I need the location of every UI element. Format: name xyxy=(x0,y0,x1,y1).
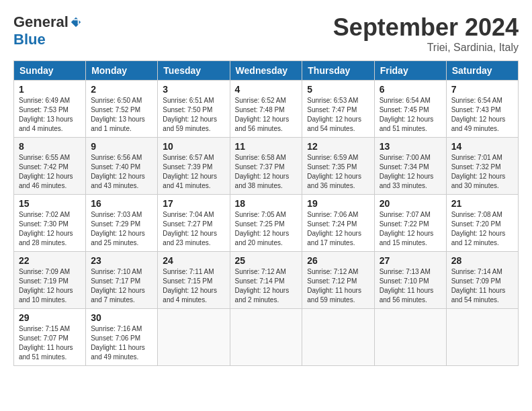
day-info: Sunrise: 7:12 AMSunset: 7:12 PMDaylight:… xyxy=(307,267,369,305)
calendar-header-row: Sunday Monday Tuesday Wednesday Thursday… xyxy=(14,61,519,81)
day-number: 11 xyxy=(235,141,298,152)
day-number: 23 xyxy=(91,255,152,266)
day-info: Sunrise: 7:03 AMSunset: 7:29 PMDaylight:… xyxy=(91,210,152,248)
table-row: 24Sunrise: 7:11 AMSunset: 7:15 PMDayligh… xyxy=(158,252,230,309)
day-info: Sunrise: 6:50 AMSunset: 7:52 PMDaylight:… xyxy=(91,96,152,134)
calendar-week-row: 22Sunrise: 7:09 AMSunset: 7:19 PMDayligh… xyxy=(14,252,519,309)
day-number: 12 xyxy=(307,141,369,152)
day-info: Sunrise: 7:08 AMSunset: 7:20 PMDaylight:… xyxy=(451,210,513,248)
calendar-week-row: 1Sunrise: 6:49 AMSunset: 7:53 PMDaylight… xyxy=(14,81,519,138)
header-tuesday: Tuesday xyxy=(158,61,230,81)
table-row: 14Sunrise: 7:01 AMSunset: 7:32 PMDayligh… xyxy=(446,138,518,195)
month-title: September 2024 xyxy=(333,13,519,42)
table-row xyxy=(302,309,374,366)
day-info: Sunrise: 6:51 AMSunset: 7:50 PMDaylight:… xyxy=(163,96,224,134)
table-row xyxy=(446,309,518,366)
table-row: 2Sunrise: 6:50 AMSunset: 7:52 PMDaylight… xyxy=(86,81,158,138)
day-info: Sunrise: 7:15 AMSunset: 7:07 PMDaylight:… xyxy=(19,324,81,362)
day-number: 16 xyxy=(91,198,152,209)
table-row xyxy=(374,309,446,366)
day-info: Sunrise: 6:54 AMSunset: 7:43 PMDaylight:… xyxy=(451,96,513,134)
day-number: 22 xyxy=(19,255,81,266)
day-number: 5 xyxy=(307,84,369,95)
table-row: 13Sunrise: 7:00 AMSunset: 7:34 PMDayligh… xyxy=(374,138,446,195)
day-number: 10 xyxy=(163,141,224,152)
day-number: 14 xyxy=(451,141,513,152)
day-number: 20 xyxy=(380,198,441,209)
day-number: 19 xyxy=(307,198,369,209)
table-row: 27Sunrise: 7:13 AMSunset: 7:10 PMDayligh… xyxy=(374,252,446,309)
title-block: September 2024 Triei, Sardinia, Italy xyxy=(333,13,519,54)
day-number: 2 xyxy=(91,84,152,95)
day-number: 21 xyxy=(451,198,513,209)
page-header: General Blue September 2024 Triei, Sardi… xyxy=(13,13,519,54)
header-wednesday: Wednesday xyxy=(230,61,302,81)
logo-general-text: General xyxy=(13,13,69,31)
table-row: 9Sunrise: 6:56 AMSunset: 7:40 PMDaylight… xyxy=(86,138,158,195)
calendar-table: Sunday Monday Tuesday Wednesday Thursday… xyxy=(13,60,519,366)
table-row: 17Sunrise: 7:04 AMSunset: 7:27 PMDayligh… xyxy=(158,195,230,252)
table-row: 4Sunrise: 6:52 AMSunset: 7:48 PMDaylight… xyxy=(230,81,302,138)
table-row: 19Sunrise: 7:06 AMSunset: 7:24 PMDayligh… xyxy=(302,195,374,252)
table-row: 28Sunrise: 7:14 AMSunset: 7:09 PMDayligh… xyxy=(446,252,518,309)
day-info: Sunrise: 6:57 AMSunset: 7:39 PMDaylight:… xyxy=(163,153,224,191)
day-number: 29 xyxy=(19,312,81,323)
table-row: 29Sunrise: 7:15 AMSunset: 7:07 PMDayligh… xyxy=(14,309,86,366)
day-number: 6 xyxy=(380,84,441,95)
day-info: Sunrise: 7:00 AMSunset: 7:34 PMDaylight:… xyxy=(380,153,441,191)
day-info: Sunrise: 7:16 AMSunset: 7:06 PMDaylight:… xyxy=(91,324,152,362)
day-number: 4 xyxy=(235,84,298,95)
day-number: 7 xyxy=(451,84,513,95)
table-row: 10Sunrise: 6:57 AMSunset: 7:39 PMDayligh… xyxy=(158,138,230,195)
day-number: 18 xyxy=(235,198,298,209)
day-info: Sunrise: 6:55 AMSunset: 7:42 PMDaylight:… xyxy=(19,153,81,191)
day-info: Sunrise: 6:54 AMSunset: 7:45 PMDaylight:… xyxy=(380,96,441,134)
table-row: 3Sunrise: 6:51 AMSunset: 7:50 PMDaylight… xyxy=(158,81,230,138)
day-info: Sunrise: 7:14 AMSunset: 7:09 PMDaylight:… xyxy=(451,267,513,305)
day-info: Sunrise: 7:09 AMSunset: 7:19 PMDaylight:… xyxy=(19,267,81,305)
day-number: 24 xyxy=(163,255,224,266)
day-number: 3 xyxy=(163,84,224,95)
day-number: 1 xyxy=(19,84,81,95)
day-number: 26 xyxy=(307,255,369,266)
day-info: Sunrise: 7:04 AMSunset: 7:27 PMDaylight:… xyxy=(163,210,224,248)
calendar-week-row: 29Sunrise: 7:15 AMSunset: 7:07 PMDayligh… xyxy=(14,309,519,366)
table-row: 20Sunrise: 7:07 AMSunset: 7:22 PMDayligh… xyxy=(374,195,446,252)
header-thursday: Thursday xyxy=(302,61,374,81)
header-monday: Monday xyxy=(86,61,158,81)
day-number: 9 xyxy=(91,141,152,152)
day-info: Sunrise: 6:59 AMSunset: 7:35 PMDaylight:… xyxy=(307,153,369,191)
day-info: Sunrise: 7:01 AMSunset: 7:32 PMDaylight:… xyxy=(451,153,513,191)
table-row: 11Sunrise: 6:58 AMSunset: 7:37 PMDayligh… xyxy=(230,138,302,195)
table-row: 30Sunrise: 7:16 AMSunset: 7:06 PMDayligh… xyxy=(86,309,158,366)
day-number: 15 xyxy=(19,198,81,209)
table-row: 26Sunrise: 7:12 AMSunset: 7:12 PMDayligh… xyxy=(302,252,374,309)
logo-icon xyxy=(70,16,82,28)
day-info: Sunrise: 6:49 AMSunset: 7:53 PMDaylight:… xyxy=(19,96,81,134)
day-info: Sunrise: 7:02 AMSunset: 7:30 PMDaylight:… xyxy=(19,210,81,248)
day-info: Sunrise: 7:12 AMSunset: 7:14 PMDaylight:… xyxy=(235,267,298,305)
table-row xyxy=(158,309,230,366)
table-row: 21Sunrise: 7:08 AMSunset: 7:20 PMDayligh… xyxy=(446,195,518,252)
table-row: 5Sunrise: 6:53 AMSunset: 7:47 PMDaylight… xyxy=(302,81,374,138)
day-info: Sunrise: 6:56 AMSunset: 7:40 PMDaylight:… xyxy=(91,153,152,191)
table-row: 12Sunrise: 6:59 AMSunset: 7:35 PMDayligh… xyxy=(302,138,374,195)
subtitle: Triei, Sardinia, Italy xyxy=(333,42,519,54)
header-saturday: Saturday xyxy=(446,61,518,81)
calendar-week-row: 8Sunrise: 6:55 AMSunset: 7:42 PMDaylight… xyxy=(14,138,519,195)
table-row: 22Sunrise: 7:09 AMSunset: 7:19 PMDayligh… xyxy=(14,252,86,309)
day-number: 28 xyxy=(451,255,513,266)
day-number: 30 xyxy=(91,312,152,323)
day-info: Sunrise: 6:58 AMSunset: 7:37 PMDaylight:… xyxy=(235,153,298,191)
day-number: 25 xyxy=(235,255,298,266)
table-row: 15Sunrise: 7:02 AMSunset: 7:30 PMDayligh… xyxy=(14,195,86,252)
day-info: Sunrise: 7:10 AMSunset: 7:17 PMDaylight:… xyxy=(91,267,152,305)
table-row xyxy=(230,309,302,366)
table-row: 23Sunrise: 7:10 AMSunset: 7:17 PMDayligh… xyxy=(86,252,158,309)
table-row: 18Sunrise: 7:05 AMSunset: 7:25 PMDayligh… xyxy=(230,195,302,252)
day-info: Sunrise: 7:07 AMSunset: 7:22 PMDaylight:… xyxy=(380,210,441,248)
logo: General Blue xyxy=(13,13,82,48)
header-friday: Friday xyxy=(374,61,446,81)
table-row: 16Sunrise: 7:03 AMSunset: 7:29 PMDayligh… xyxy=(86,195,158,252)
day-number: 8 xyxy=(19,141,81,152)
